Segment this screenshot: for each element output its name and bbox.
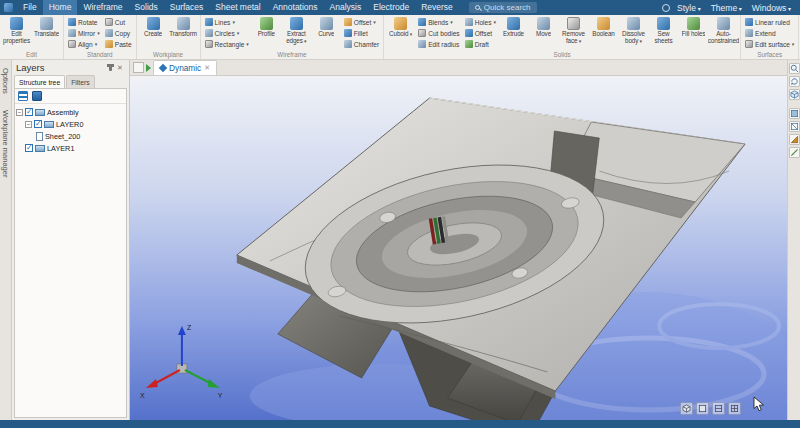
tree-item-layer0[interactable]: LAYER0 [16, 118, 125, 130]
tab-file[interactable]: File [17, 0, 43, 15]
create-workplane-button[interactable]: Create [139, 16, 168, 50]
tree-item-sheet-200[interactable]: Sheet_200 [16, 130, 125, 142]
layer0-checkbox[interactable] [34, 120, 42, 128]
3d-viewport[interactable]: X Y Z [130, 76, 787, 420]
edit-radius-button[interactable]: Edit radius [416, 39, 462, 49]
paste-button[interactable]: Paste [103, 39, 134, 49]
profile-button[interactable]: Profile [252, 16, 281, 50]
quick-search-input[interactable]: Quick search [469, 2, 537, 13]
blends-button[interactable]: Blends [416, 17, 462, 27]
shaded-view-icon[interactable] [789, 108, 800, 119]
view-cube-icon[interactable] [789, 89, 800, 100]
measure-icon[interactable] [789, 147, 800, 158]
draft-button[interactable]: Draft [463, 39, 498, 49]
tab-surfaces[interactable]: Surfaces [164, 0, 210, 15]
expander-icon[interactable] [16, 109, 23, 116]
layer1-checkbox[interactable] [25, 144, 33, 152]
close-panel-icon[interactable] [115, 63, 125, 73]
layers-list-icon[interactable] [18, 91, 28, 101]
style-menu[interactable]: Style [672, 3, 706, 13]
sew-sheets-button[interactable]: Sew sheets [649, 16, 678, 50]
tab-annotations[interactable]: Annotations [267, 0, 324, 15]
new-window-icon[interactable] [146, 64, 151, 72]
cut-button[interactable]: Cut [103, 17, 134, 27]
document-tab-dynamic[interactable]: Dynamic [153, 60, 217, 75]
window-layout-icon[interactable] [133, 62, 144, 73]
transform-workplane-button[interactable]: Transform [169, 16, 198, 50]
curve-button[interactable]: Curve [312, 16, 341, 50]
tree-item-layer1[interactable]: LAYER1 [16, 142, 125, 154]
fillet-button[interactable]: Fillet [342, 28, 381, 38]
extrude-button[interactable]: Extrude [499, 16, 528, 50]
tab-analysis[interactable]: Analysis [324, 0, 368, 15]
cut-bodies-button[interactable]: Cut bodies [416, 28, 462, 38]
holes-button[interactable]: Holes [463, 17, 498, 27]
lines-button[interactable]: Lines [203, 17, 251, 27]
ribbon-group-standard: Rotate Mirror Align Cut Copy Paste Stand… [64, 15, 137, 59]
tab-structure-tree[interactable]: Structure tree [14, 75, 65, 88]
move-button[interactable]: Move [529, 16, 558, 50]
offset-wire-button[interactable]: Offset [342, 17, 381, 27]
tab-home[interactable]: Home [43, 0, 78, 15]
zoom-full-icon[interactable] [789, 63, 800, 74]
tab-solids[interactable]: Solids [129, 0, 164, 15]
axis-y-label: Y [218, 392, 223, 399]
options-vertical-tab[interactable]: Options [1, 68, 10, 94]
theme-menu[interactable]: Theme [706, 3, 747, 13]
edit-surface-button[interactable]: Edit surface [743, 39, 796, 49]
remove-face-button[interactable]: Remove face [559, 16, 588, 50]
tab-reverse[interactable]: Reverse [415, 0, 459, 15]
offset-solid-button[interactable]: Offset [463, 28, 498, 38]
sew-sheets-icon [657, 17, 670, 30]
dissolve-body-button[interactable]: Dissolve body [619, 16, 648, 50]
fill-holes-button[interactable]: Fill holes [679, 16, 708, 50]
dissolve-body-icon [627, 17, 640, 30]
rotate-icon [68, 18, 76, 26]
view-multi-icon[interactable] [728, 402, 741, 415]
circles-button[interactable]: Circles [203, 28, 251, 38]
extract-edges-button[interactable]: Extract edges [282, 16, 311, 50]
section-view-icon[interactable] [789, 134, 800, 145]
view-rotate-icon[interactable] [789, 76, 800, 87]
tab-wireframe[interactable]: Wireframe [77, 0, 128, 15]
view-toolbar [680, 402, 741, 415]
model-diamond-icon [159, 64, 167, 72]
chamfer-button[interactable]: Chamfer [342, 39, 381, 49]
translate-button[interactable]: Translate [32, 16, 61, 50]
edit-surface-icon [745, 40, 753, 48]
view-front-icon[interactable] [712, 402, 725, 415]
cad-scene: X Y Z [130, 76, 787, 420]
linear-ruled-button[interactable]: Linear ruled [743, 17, 796, 27]
save-layers-icon[interactable] [32, 91, 42, 101]
expander-icon[interactable] [25, 121, 32, 128]
edit-properties-button[interactable]: Edit properties [2, 16, 31, 50]
view-top-icon[interactable] [696, 402, 709, 415]
left-dock-strip: Options Workplane manager [0, 60, 12, 420]
tree-item-assembly[interactable]: Assembly [16, 106, 125, 118]
assembly-icon [35, 109, 45, 116]
pin-icon[interactable] [105, 63, 115, 73]
mirror-button[interactable]: Mirror [66, 28, 102, 38]
cut-bodies-icon [418, 29, 426, 37]
workplane-manager-vertical-tab[interactable]: Workplane manager [1, 110, 10, 177]
copy-button[interactable]: Copy [103, 28, 134, 38]
translate-label: Translate [34, 31, 59, 38]
tab-filters[interactable]: Filters [66, 75, 95, 88]
rotate-button[interactable]: Rotate [66, 17, 102, 27]
rectangle-button[interactable]: Rectangle [203, 39, 251, 49]
cuboid-button[interactable]: Cuboid [386, 16, 415, 50]
auto-constrained-button[interactable]: Auto-constrained [709, 16, 738, 50]
ribbon: Edit properties Translate Edit Rotate Mi… [0, 15, 800, 60]
copy-icon [105, 29, 113, 37]
extend-button[interactable]: Extend [743, 28, 796, 38]
wireframe-view-icon[interactable] [789, 121, 800, 132]
close-document-icon[interactable] [204, 64, 210, 72]
assembly-checkbox[interactable] [25, 108, 33, 116]
tab-electrode[interactable]: Electrode [367, 0, 415, 15]
tab-sheet-metal[interactable]: Sheet metal [209, 0, 266, 15]
mirror-icon [68, 29, 76, 37]
windows-menu[interactable]: Windows [747, 3, 796, 13]
align-button[interactable]: Align [66, 39, 102, 49]
view-iso-icon[interactable] [680, 402, 693, 415]
boolean-button[interactable]: Boolean [589, 16, 618, 50]
